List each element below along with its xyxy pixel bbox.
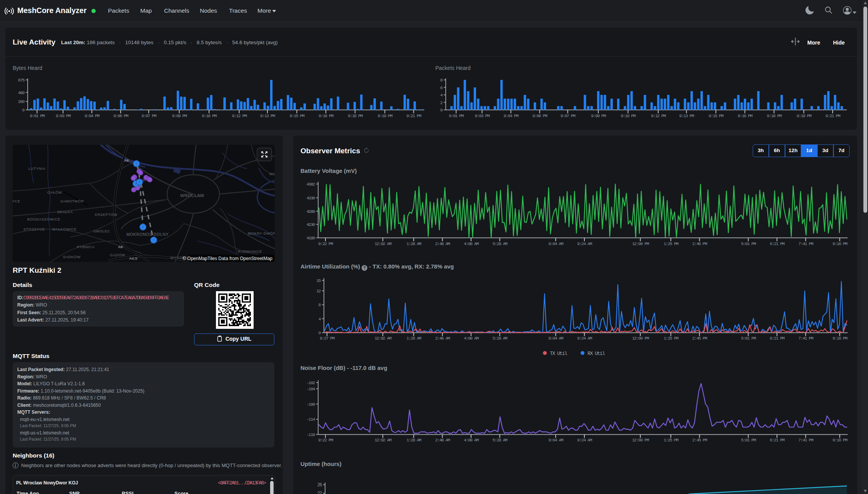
svg-text:9:19 PM: 9:19 PM xyxy=(378,113,393,118)
svg-text:5:01 PM: 5:01 PM xyxy=(741,336,756,341)
svg-text:4:08 AM: 4:08 AM xyxy=(464,438,479,443)
svg-text:4: 4 xyxy=(319,317,321,322)
svg-text:4230: 4230 xyxy=(306,222,315,227)
svg-text:12:02 AM: 12:02 AM xyxy=(375,438,392,443)
svg-text:9:04 PM: 9:04 PM xyxy=(85,113,100,118)
svg-text:2: 2 xyxy=(440,100,443,105)
svg-text:0: 0 xyxy=(440,108,443,113)
svg-text:12:02 AM: 12:02 AM xyxy=(375,241,392,246)
svg-text:7:41 PM: 7:41 PM xyxy=(798,241,813,246)
svg-text:GĄDÓW: GĄDÓW xyxy=(110,253,125,257)
svg-text:9:15 PM: 9:15 PM xyxy=(709,113,724,118)
svg-text:0: 0 xyxy=(22,108,25,113)
svg-text:2:45 PM: 2:45 PM xyxy=(692,438,707,443)
svg-text:1:25 PM: 1:25 PM xyxy=(664,241,679,246)
svg-text:200: 200 xyxy=(18,99,25,104)
svg-text:9:27 PM: 9:27 PM xyxy=(320,336,335,341)
svg-text:6: 6 xyxy=(440,85,443,90)
svg-text:6:21 PM: 6:21 PM xyxy=(770,241,785,246)
svg-text:9:22 PM: 9:22 PM xyxy=(318,438,333,443)
svg-text:12:02 AM: 12:02 AM xyxy=(375,336,392,341)
svg-text:1:28 AM: 1:28 AM xyxy=(407,336,422,341)
svg-text:8:04 AM: 8:04 AM xyxy=(548,438,563,443)
svg-text:2:48 AM: 2:48 AM xyxy=(435,438,450,443)
svg-text:RADWANICE: RADWANICE xyxy=(238,249,262,254)
svg-text:4:08 AM: 4:08 AM xyxy=(464,336,479,341)
svg-text:GAŁÓW: GAŁÓW xyxy=(47,190,62,194)
svg-text:8: 8 xyxy=(440,78,443,83)
svg-text:-102: -102 xyxy=(306,380,315,385)
svg-text:9:15 PM: 9:15 PM xyxy=(290,113,305,118)
svg-text:1:25 PM: 1:25 PM xyxy=(664,336,679,341)
svg-text:MOKRY DWÓR: MOKRY DWÓR xyxy=(248,231,275,235)
svg-text:9:24 AM: 9:24 AM xyxy=(577,336,592,341)
svg-text:RYBNICA: RYBNICA xyxy=(77,245,95,249)
svg-text:LUTYNIA: LUTYNIA xyxy=(28,166,45,171)
svg-text:WROCŁAW: WROCŁAW xyxy=(180,193,204,198)
svg-text:KRZEPTÓW: KRZEPTÓW xyxy=(95,212,118,217)
svg-text:9:21 PM: 9:21 PM xyxy=(825,113,840,118)
svg-text:9:16 PM: 9:16 PM xyxy=(832,336,847,341)
svg-text:A8: A8 xyxy=(118,245,123,249)
svg-text:8:04 AM: 8:04 AM xyxy=(548,241,563,246)
svg-text:12:00 PM: 12:00 PM xyxy=(632,438,649,443)
svg-text:9:07 PM: 9:07 PM xyxy=(561,113,576,118)
svg-text:9:13 PM: 9:13 PM xyxy=(260,113,275,118)
svg-text:9:03 PM: 9:03 PM xyxy=(56,113,71,118)
svg-text:12:00 PM: 12:00 PM xyxy=(632,336,649,341)
svg-text:-119: -119 xyxy=(306,432,315,437)
svg-text:6:21 PM: 6:21 PM xyxy=(770,336,785,341)
svg-text:4280: 4280 xyxy=(306,209,315,214)
svg-text:SAMOTWÓR: SAMOTWÓR xyxy=(60,199,84,203)
svg-text:9:01 PM: 9:01 PM xyxy=(449,113,464,118)
svg-text:9:06 PM: 9:06 PM xyxy=(533,113,548,118)
svg-text:STOSZYCE: STOSZYCE xyxy=(23,227,45,231)
svg-text:9:24 AM: 9:24 AM xyxy=(577,241,592,246)
svg-text:9:10 PM: 9:10 PM xyxy=(621,113,636,118)
svg-text:9:18 PM: 9:18 PM xyxy=(348,113,363,118)
svg-text:SADKÓW: SADKÓW xyxy=(63,255,81,259)
svg-text:WII: WII xyxy=(269,172,275,176)
svg-text:2:48 AM: 2:48 AM xyxy=(435,241,450,246)
svg-text:-109: -109 xyxy=(306,402,315,407)
svg-text:9:12 PM: 9:12 PM xyxy=(651,113,666,118)
svg-text:2:45 PM: 2:45 PM xyxy=(692,336,707,341)
svg-text:A8: A8 xyxy=(124,158,129,162)
svg-text:ZYCE: ZYCE xyxy=(13,199,20,203)
svg-text:12:00 PM: 12:00 PM xyxy=(632,241,649,246)
svg-text:9:06 PM: 9:06 PM xyxy=(113,113,128,118)
svg-text:4330: 4330 xyxy=(306,196,315,201)
svg-text:5:28 AM: 5:28 AM xyxy=(493,438,508,443)
svg-text:9:16 PM: 9:16 PM xyxy=(832,241,847,246)
svg-text:-114: -114 xyxy=(306,417,315,422)
svg-text:675: 675 xyxy=(18,78,25,83)
svg-text:9:24 AM: 9:24 AM xyxy=(577,438,592,443)
svg-text:4:08 AM: 4:08 AM xyxy=(464,241,479,246)
svg-text:9:16 PM: 9:16 PM xyxy=(319,113,334,118)
svg-text:5:01 PM: 5:01 PM xyxy=(741,241,756,246)
svg-text:© OpenMapTiles Data from OpenS: © OpenMapTiles Data from OpenStreetMap xyxy=(183,256,272,261)
svg-text:9:07 PM: 9:07 PM xyxy=(141,113,156,118)
svg-text:9:01 PM: 9:01 PM xyxy=(30,113,45,118)
svg-text:6:21 PM: 6:21 PM xyxy=(770,438,785,443)
svg-text:9:18 PM: 9:18 PM xyxy=(767,113,782,118)
svg-text:1:25 PM: 1:25 PM xyxy=(664,438,679,443)
svg-text:9:10 PM: 9:10 PM xyxy=(202,113,217,118)
svg-text:26: 26 xyxy=(317,482,322,488)
svg-text:8: 8 xyxy=(319,302,321,307)
svg-text:7:41 PM: 7:41 PM xyxy=(798,438,813,443)
svg-text:9:03 PM: 9:03 PM xyxy=(475,113,490,118)
svg-text:9:16 PM: 9:16 PM xyxy=(832,438,847,443)
svg-text:4180: 4180 xyxy=(306,235,315,240)
svg-text:BOGDASZOWICE: BOGDASZOWICE xyxy=(27,217,60,221)
svg-text:15: 15 xyxy=(316,278,321,283)
svg-text:9:12 PM: 9:12 PM xyxy=(232,113,247,118)
svg-text:SMOLEC: SMOLEC xyxy=(93,229,110,233)
svg-text:-104: -104 xyxy=(306,386,315,391)
svg-text:8:04 AM: 8:04 AM xyxy=(548,336,563,341)
svg-text:9:19 PM: 9:19 PM xyxy=(797,113,812,118)
svg-text:5:01 PM: 5:01 PM xyxy=(741,438,756,443)
svg-text:1:28 AM: 1:28 AM xyxy=(407,438,422,443)
svg-text:9:09 PM: 9:09 PM xyxy=(172,113,187,118)
svg-text:2:48 AM: 2:48 AM xyxy=(435,336,450,341)
